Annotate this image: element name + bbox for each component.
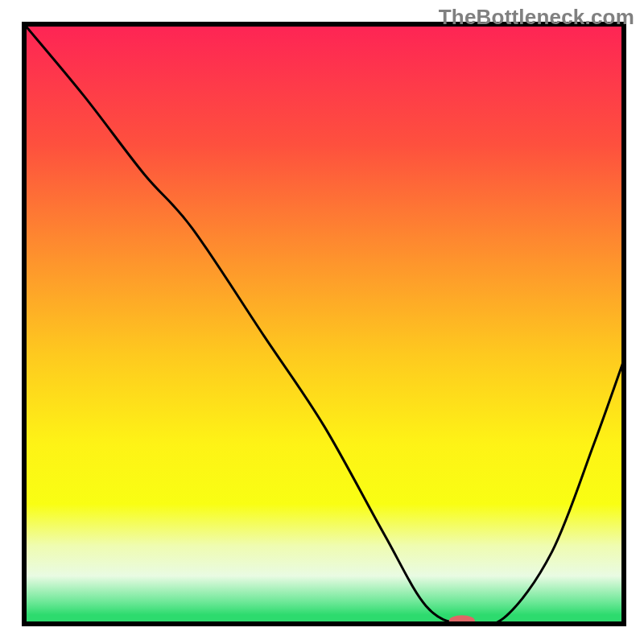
chart-container: TheBottleneck.com: [0, 0, 644, 644]
plot-background: [24, 24, 624, 624]
watermark-text: TheBottleneck.com: [439, 5, 634, 30]
chart-svg: [0, 0, 644, 644]
